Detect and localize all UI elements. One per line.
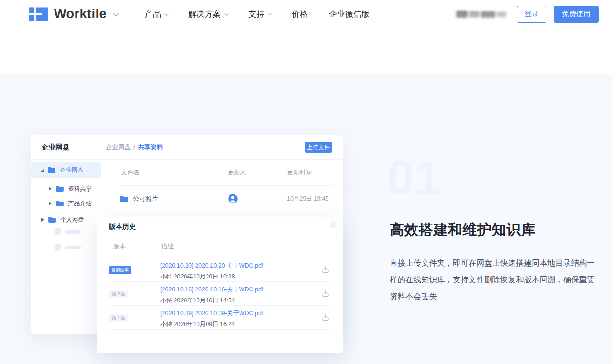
version-row: 第 1 版 [2020.10.09] 2020.10.09-关于WDC.pdf … (97, 306, 343, 330)
version-meta: 小特 2020年10月16日 14:54 (160, 297, 235, 304)
version-description: [2020.10.20] 2020.10.20-关于WDC.pdf 小特 202… (160, 262, 263, 281)
column-header-updater: 更新人 (228, 159, 246, 185)
skeleton-bar (65, 230, 81, 234)
logo-text: Worktile (54, 7, 107, 21)
version-history-modal: 版本历史 版本 描述 当前版本 [2020.10.20] 2020.10.20-… (97, 217, 343, 353)
page: Worktile 产品 解决方案 支持 价格 企业微信版 (0, 0, 612, 364)
feature-index-watermark: 01 (387, 153, 441, 201)
user-avatar-icon (228, 194, 238, 203)
column-header-version: 版本 (113, 236, 126, 257)
nav-item-support[interactable]: 支持 (248, 9, 271, 20)
nav-item-pricing[interactable]: 价格 (292, 9, 308, 20)
column-header-filename: 文件名 (121, 159, 140, 185)
tree-item-label: 企业网盘 (60, 166, 84, 174)
nav-item-label: 价格 (292, 9, 308, 20)
version-file-link[interactable]: [2020.10.09] 2020.10.09-关于WDC.pdf (160, 310, 263, 318)
version-badge: 第 1 版 (109, 314, 128, 322)
phone-number-redacted (456, 10, 507, 19)
tree-item-product-intro[interactable]: 产品介绍 (31, 196, 101, 211)
version-row: 第 2 版 [2020.10.16] 2020.10.16-关于WDC.pdf … (97, 282, 343, 306)
version-description: [2020.10.09] 2020.10.09-关于WDC.pdf 小特 202… (160, 310, 263, 329)
caret-collapsed-icon[interactable] (49, 202, 52, 205)
download-icon (321, 265, 330, 274)
folder-icon (120, 195, 129, 203)
breadcrumb-separator: / (133, 144, 135, 151)
folder-icon (55, 200, 64, 207)
navbar-right: 登录 免费使用 (456, 6, 599, 23)
download-button[interactable] (320, 289, 331, 299)
updater-avatar[interactable] (228, 194, 238, 203)
skeleton-bar (65, 246, 81, 249)
column-header-updated-time: 更新时间 (287, 159, 312, 185)
version-meta: 小特 2020年10月20日 10:28 (160, 273, 235, 280)
tree-item-label: 资料共享 (68, 185, 92, 193)
skeleton-tree-item (54, 244, 81, 251)
disk-sidebar: 企业网盘 企业网盘 资料共享 (31, 135, 101, 334)
chevron-down-icon (224, 11, 228, 15)
caret-collapsed-icon[interactable] (41, 218, 44, 222)
version-badge: 第 2 版 (109, 290, 128, 298)
login-button[interactable]: 登录 (517, 6, 546, 23)
free-signup-button[interactable]: 免费使用 (554, 6, 599, 23)
download-button[interactable] (320, 265, 331, 275)
version-file-link[interactable]: [2020.10.20] 2020.10.20-关于WDC.pdf (160, 262, 263, 270)
worktile-logo-icon (29, 7, 48, 21)
skeleton-circle (54, 244, 61, 251)
feature-description: 直接上传文件夹，即可在网盘上快速搭建同本地目录结构一样的在线知识库，支持文件删除… (390, 255, 597, 305)
feature-heading: 高效搭建和维护知识库 (390, 220, 536, 240)
file-name: 公司照片 (133, 186, 158, 212)
divider (109, 257, 330, 257)
nav-item-label: 企业微信版 (329, 9, 370, 20)
caret-collapsed-icon[interactable] (49, 187, 52, 191)
chevron-down-icon[interactable] (113, 11, 119, 16)
tree-item-label: 产品介绍 (68, 200, 92, 208)
feature-section: 企业网盘 企业网盘 资料共享 (0, 74, 612, 364)
nav-item-label: 产品 (145, 9, 161, 20)
breadcrumb-current: 共享资料 (138, 143, 163, 151)
breadcrumb-parent[interactable]: 企业网盘 (106, 143, 131, 151)
nav-item-wechat-work[interactable]: 企业微信版 (329, 9, 370, 20)
folder-icon (47, 167, 56, 173)
nav-item-label: 解决方案 (188, 9, 221, 20)
tree-item-label: 个人网盘 (60, 216, 84, 224)
nav-item-solutions[interactable]: 解决方案 (188, 9, 227, 20)
skeleton-circle (54, 228, 61, 235)
upload-file-button[interactable]: 上传文件 (305, 142, 332, 153)
tree-item-shared-materials[interactable]: 资料共享 (31, 181, 101, 196)
download-button[interactable] (320, 312, 331, 323)
version-row: 当前版本 [2020.10.20] 2020.10.20-关于WDC.pdf 小… (97, 258, 343, 282)
column-header-description: 描述 (161, 236, 174, 257)
divider (121, 212, 332, 212)
version-meta: 小特 2020年10月09日 16:24 (160, 321, 235, 328)
download-icon (321, 312, 330, 322)
download-icon (321, 289, 330, 298)
chevron-down-icon (164, 11, 168, 15)
top-navbar: Worktile 产品 解决方案 支持 价格 企业微信版 (0, 0, 612, 28)
version-file-link[interactable]: [2020.10.16] 2020.10.16-关于WDC.pdf (160, 286, 263, 294)
divider (97, 236, 343, 236)
sidebar-title: 企业网盘 (41, 135, 70, 159)
tree-item-personal-disk[interactable]: 个人网盘 (31, 212, 101, 227)
nav-item-label: 支持 (248, 9, 264, 20)
breadcrumb: 企业网盘 / 共享资料 (106, 135, 163, 159)
modal-close-button[interactable] (330, 222, 336, 228)
version-description: [2020.10.16] 2020.10.16-关于WDC.pdf 小特 202… (160, 286, 263, 305)
folder-icon (55, 185, 64, 192)
version-badge-current: 当前版本 (109, 266, 131, 274)
worktile-logo[interactable]: Worktile (29, 7, 117, 21)
tree-item-enterprise-disk[interactable]: 企业网盘 (31, 162, 101, 178)
divider (109, 329, 330, 330)
table-row-company-photos[interactable]: 公司照片 10月29日 19:45 (101, 186, 343, 212)
folder-icon (48, 216, 56, 223)
skeleton-tree-item (54, 228, 81, 235)
redaction-block (456, 11, 468, 18)
chevron-down-icon (268, 11, 272, 15)
caret-expanded-icon[interactable] (41, 169, 44, 172)
modal-title: 版本历史 (109, 217, 136, 236)
nav-item-products[interactable]: 产品 (145, 9, 167, 20)
updated-time: 10月29日 19:45 (287, 186, 329, 212)
redaction-block (497, 11, 506, 17)
redaction-block (481, 11, 495, 18)
main-nav: 产品 解决方案 支持 价格 企业微信版 (145, 9, 370, 20)
redaction-block (469, 11, 480, 17)
